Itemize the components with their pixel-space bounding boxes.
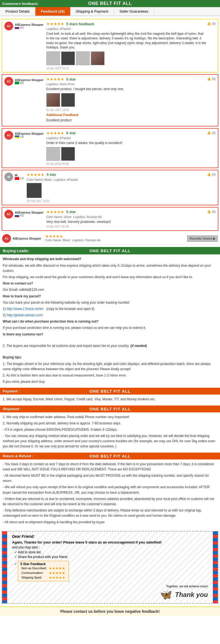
track-url1[interactable]: http://www.17track.net/en [7,307,44,311]
review-date: 26 Oct 2016 06:40 [46,162,207,165]
star-rating: ★★★★★ [27,173,44,177]
shipping-stars: ★★★★★ [48,575,66,580]
payment-text: 1. We accept Alipay, Escrow, West Union,… [3,397,217,402]
feedback-star-box: 5 Star Feedback Item as Described: ★★★★★… [18,561,69,581]
thumbs-up-icon[interactable]: 👍 [207,22,211,25]
review-date: 25 Feb 2017 19:31 [27,200,207,203]
review-card: A1 AliExpress Shopper RU [2,19,218,73]
review-card-partial: A1 AliExpress Shopper ★★★★★ Color Name: … [1,232,219,245]
reviewer-name: AliExpress Shopper [15,211,44,214]
additional-feedback-text: Excellent product [46,118,207,123]
shipment-text2: 2. Normally shipping via post airmail, d… [3,421,217,426]
thanks-main-text: Again, Thanks for your order! Please lea… [12,540,208,544]
shipping-label: Shipping Sped: [20,575,48,580]
review-actions: 👍 (0) [207,210,216,214]
track-text: You can track your parcel on the followi… [3,300,217,305]
review-text: Very nice belt. horoshy prodovets. sovet… [46,220,207,224]
review-images [46,93,207,107]
helpful-count: (0) [212,131,216,134]
customs-text: 2. The buyers are responsible for all cu… [3,343,217,349]
track-link2: 2) http://global.cainiao.com/ [3,313,217,318]
review-image [46,93,60,107]
payment-title: ONE BELT FIT ALL [57,389,164,393]
thumbs-up-icon[interactable]: 👍 [207,210,211,214]
thumbs-up-icon[interactable]: 👍 [207,173,211,176]
star-label: 5 star [66,131,76,135]
tab-shipping-payment[interactable]: Shipping & Payment [70,7,114,16]
review-images [46,51,207,65]
tab-product-details[interactable]: Product Details [0,7,35,16]
return-text6: - All return and re-shipment shipping & … [3,520,217,525]
tip3: If you mind, please don't buy. [3,379,217,384]
thumbs-up-icon[interactable]: 👍 [207,77,211,81]
logistics-label: Logistics: Swiss Post [46,82,207,86]
also-text: and you may also : [12,545,208,549]
reviewer-name: AliExpress Shopper [15,132,44,135]
return-text1: - You have 3 days to contact us and 7 da… [3,462,217,472]
customs-heading: Is there any customs tax? [3,332,43,336]
star-rating: ★★★★★ [45,234,63,238]
review-image [61,147,75,161]
dropship-text: For drop shipping, we could send the goo… [3,275,217,280]
tab-seller-guarantees[interactable]: Seller Guarantees [114,7,154,16]
additional-feedback-label: Additional Feedback [46,113,207,117]
communication-stars: ★★★★★ [48,571,66,575]
please-contact-text: Please contact us before you leave negat… [0,606,220,616]
avatar: A1 [2,234,11,243]
avatar: A1 [4,131,13,140]
left-stripes-decoration [2,531,7,603]
reviewer-country: RU [15,214,44,217]
avatar: A1 [4,210,13,219]
track-link1: 1) http://www.17track.net/en (copy to th… [3,306,217,312]
reviewer-name: M. [15,174,24,177]
review-images [27,183,207,198]
star-rating: ★★★★★ [46,210,64,214]
color-logistics: Color Name: Black Logistics: Russian Air [45,238,101,242]
review-actions: 👍 (0) [207,22,216,25]
buying-leads-header: Buying Leads: ONE BELT FIT ALL [0,247,220,254]
review-text: Excellent product. I bought two pieces. … [46,87,207,91]
reviewer-country: RU [15,26,44,29]
checklist: Add to store list Share the product with… [14,550,208,582]
payment-header: Payment : ONE BELT FIT ALL [0,388,220,395]
buying-leads-content: Wholesale and drop shipping are both wel… [0,254,220,388]
flag-icon [15,26,19,29]
logistics-label: Logistics: ePacket [46,136,207,140]
wholesale-text: For wholesale, we will offer discount or… [3,263,217,274]
arrow-right-icon: ▶ [213,237,215,240]
thumbs-up-icon[interactable]: 👍 [207,131,211,135]
shipment-left-label: Shipment : [3,407,57,411]
reviewer-country: UA [15,135,44,138]
helpful-count: (0) [212,173,216,176]
shipment-text1: 1. We only ship to confirmed order addre… [3,415,217,420]
checklist-item-feedback: 5 Star Feedback Item as Described: ★★★★★… [14,560,208,582]
dear-friend-text: Dear Friend: [12,534,208,539]
contact-heading: How to contact us? [3,281,33,285]
recently-viewed-button[interactable]: Recently Viewed ▶ [187,235,218,242]
communication-label: Communication: [20,571,48,575]
shipment-title: ONE BELT FIT ALL [57,407,164,411]
tab-feedback[interactable]: Feedback (16) [35,7,70,16]
review-image [61,93,75,107]
track-url2[interactable]: http://global.cainiao.com/ [7,313,43,317]
star-rating: ★★★★★ [46,22,64,26]
flag-icon [15,214,19,217]
protection-text: If your purchase protection time is runn… [3,325,217,330]
review-image [46,51,60,65]
reviews-section: A1 AliExpress Shopper RU [0,16,220,246]
return-title: ONE BELT FIT ALL [57,454,164,458]
reviewer-name: AliExpress Shopper [13,237,41,240]
reviewer-name: AliExpress Shopper [15,23,44,26]
review-card: A1 AliExpress Shopper RU [2,207,218,231]
track-heading: How to track my parcel? [3,294,41,298]
review-text: Cool belt. to look at all well. the clas… [46,31,207,50]
thank-you-text: Thank you [175,591,208,599]
review-actions: 👍 (0) [207,173,216,176]
tip1: 1. The images shown is for your referenc… [3,361,217,372]
reviewer-country: CA [15,177,24,180]
review-image [61,51,75,65]
flag-icon [15,82,19,84]
shipment-content: 1. We only ship to confirmed order addre… [0,412,220,453]
star-label: 5 star [66,77,76,81]
review-text: Order in Kiev came 2 weeks. the quality … [46,141,207,145]
